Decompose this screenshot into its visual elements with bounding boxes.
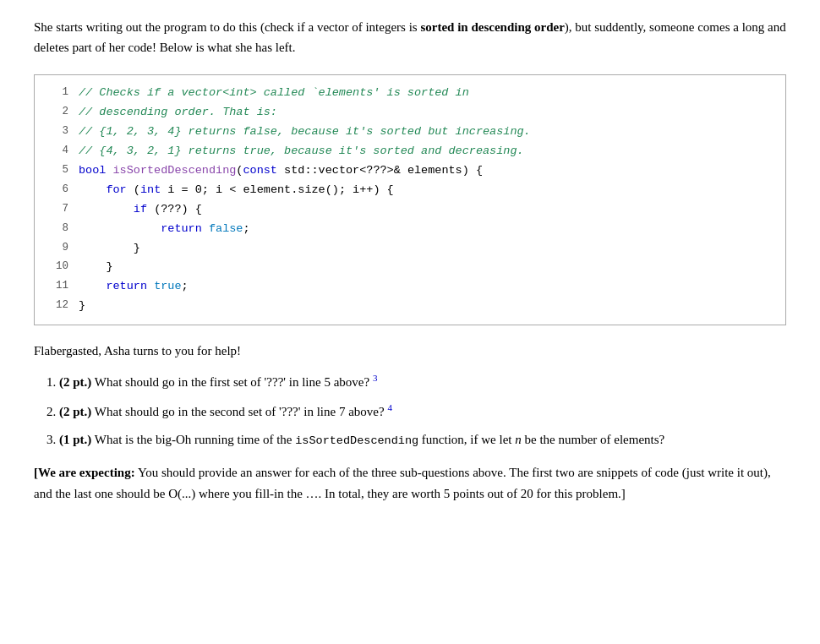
q1-text: What should go in the first set of '???'… <box>95 375 373 389</box>
expect-label: [We are expecting: <box>34 466 135 479</box>
code-line-4: 4 // {4, 3, 2, 1} returns true, because … <box>35 142 785 161</box>
code-line-6: 6 for (int i = 0; i < element.size(); i+… <box>35 181 785 200</box>
line-number-6: 6 <box>45 181 68 200</box>
line-number-9: 9 <box>45 239 68 259</box>
code-line-12: 12 } <box>35 297 785 316</box>
code-line-10: 10 } <box>35 258 785 277</box>
line-number-12: 12 <box>45 297 68 316</box>
q3-text-before: What is the big-Oh running time of the <box>95 433 295 446</box>
q2-points: (2 pt.) <box>59 405 91 418</box>
expect-text: You should provide an answer for each of… <box>34 466 771 500</box>
intro-text-before: She starts writing out the program to do… <box>34 20 420 34</box>
line-number-11: 11 <box>45 277 68 297</box>
code-content-8: return false; <box>79 220 250 239</box>
code-line-5: 5 bool isSortedDescending(const std::vec… <box>35 161 785 181</box>
question-intro: Flabergasted, Asha turns to you for help… <box>34 341 786 362</box>
code-line-7: 7 if (???) { <box>35 200 785 220</box>
code-content-2: // descending order. That is: <box>79 103 277 123</box>
expect-block: [We are expecting: You should provide an… <box>34 462 786 505</box>
code-content-9: } <box>79 239 140 259</box>
intro-bold: sorted in descending order <box>420 20 564 34</box>
line-number-4: 4 <box>45 142 68 161</box>
q1-footnote: 3 <box>373 373 378 383</box>
code-content-1: // Checks if a vector<int> called `eleme… <box>79 84 469 103</box>
intro-paragraph: She starts writing out the program to do… <box>34 17 786 57</box>
code-content-5: bool isSortedDescending(const std::vecto… <box>79 161 483 181</box>
code-content-4: // {4, 3, 2, 1} returns true, because it… <box>79 142 524 161</box>
code-content-12: } <box>79 297 85 316</box>
question-3: (1 pt.) What is the big-Oh running time … <box>59 429 786 450</box>
line-number-2: 2 <box>45 103 68 123</box>
code-line-9: 9 } <box>35 239 785 259</box>
q3-text-after: function, if we let n be the number of e… <box>418 433 664 446</box>
code-block: 1 // Checks if a vector<int> called `ele… <box>34 74 786 325</box>
line-number-3: 3 <box>45 123 68 142</box>
code-line-8: 8 return false; <box>35 220 785 239</box>
q2-text: What should go in the second set of '???… <box>95 405 388 418</box>
code-content-7: if (???) { <box>79 200 202 220</box>
code-content-3: // {1, 2, 3, 4} returns false, because i… <box>79 123 531 142</box>
q1-points: (2 pt.) <box>59 375 91 389</box>
line-number-8: 8 <box>45 220 68 239</box>
q2-footnote: 4 <box>387 402 392 412</box>
code-line-1: 1 // Checks if a vector<int> called `ele… <box>35 84 785 103</box>
questions-section: Flabergasted, Asha turns to you for help… <box>34 341 786 504</box>
line-number-7: 7 <box>45 200 68 220</box>
code-content-11: return true; <box>79 277 189 297</box>
line-number-1: 1 <box>45 84 68 103</box>
question-2: (2 pt.) What should go in the second set… <box>59 400 786 423</box>
code-content-6: for (int i = 0; i < element.size(); i++)… <box>79 181 394 200</box>
questions-list: (2 pt.) What should go in the first set … <box>59 370 786 450</box>
line-number-5: 5 <box>45 161 68 181</box>
line-number-10: 10 <box>45 258 68 277</box>
code-content-10: } <box>79 258 113 277</box>
q3-code-inline: isSortedDescending <box>295 434 418 447</box>
q3-points: (1 pt.) <box>59 433 91 446</box>
code-line-11: 11 return true; <box>35 277 785 297</box>
code-line-2: 2 // descending order. That is: <box>35 103 785 123</box>
question-1: (2 pt.) What should go in the first set … <box>59 370 786 393</box>
code-line-3: 3 // {1, 2, 3, 4} returns false, because… <box>35 123 785 142</box>
